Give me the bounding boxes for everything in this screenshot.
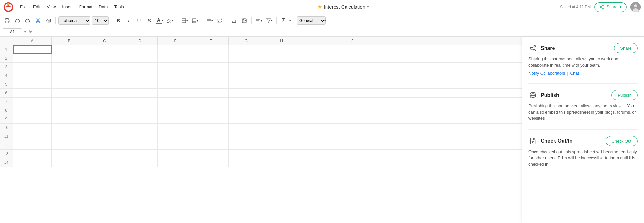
cell-c10[interactable] bbox=[87, 124, 122, 132]
font-family-select[interactable]: Tahoma bbox=[58, 16, 90, 25]
cell-c5[interactable] bbox=[87, 80, 122, 88]
cell-f10[interactable] bbox=[193, 124, 229, 132]
cell-b10[interactable] bbox=[52, 124, 87, 132]
font-size-select[interactable]: 10 bbox=[92, 16, 109, 25]
cell-f4[interactable] bbox=[193, 71, 229, 80]
menu-data[interactable]: Data bbox=[96, 3, 110, 11]
cell-d5[interactable] bbox=[122, 80, 158, 88]
cell-c4[interactable] bbox=[87, 71, 122, 80]
cell-b2[interactable] bbox=[52, 54, 87, 62]
cell-e13[interactable] bbox=[158, 150, 193, 158]
cell-h4[interactable] bbox=[264, 71, 299, 80]
notify-collaborators-link[interactable]: Notify Collaborators bbox=[528, 71, 565, 76]
cell-d6[interactable] bbox=[122, 89, 158, 97]
cell-b6[interactable] bbox=[52, 89, 87, 97]
cell-f12[interactable] bbox=[193, 141, 229, 149]
borders-button[interactable]: ▾ bbox=[180, 16, 189, 25]
menu-view[interactable]: View bbox=[44, 3, 58, 11]
cell-h2[interactable] bbox=[264, 54, 299, 62]
cell-e12[interactable] bbox=[158, 141, 193, 149]
cell-f13[interactable] bbox=[193, 150, 229, 158]
cell-a7[interactable] bbox=[13, 98, 52, 106]
print-button[interactable] bbox=[3, 16, 12, 25]
cell-g12[interactable] bbox=[229, 141, 264, 149]
cell-d12[interactable] bbox=[122, 141, 158, 149]
menu-tools[interactable]: Tools bbox=[111, 3, 126, 11]
cell-d2[interactable] bbox=[122, 54, 158, 62]
panel-checkout-button[interactable]: Check Out bbox=[606, 136, 638, 146]
cell-a2[interactable] bbox=[13, 54, 52, 62]
cell-c11[interactable] bbox=[87, 132, 122, 141]
cell-c13[interactable] bbox=[87, 150, 122, 158]
cell-c3[interactable] bbox=[87, 63, 122, 71]
cell-e4[interactable] bbox=[158, 71, 193, 80]
cell-d14[interactable] bbox=[122, 158, 158, 167]
cell-a1[interactable] bbox=[13, 45, 52, 54]
cell-b11[interactable] bbox=[52, 132, 87, 141]
cell-c9[interactable] bbox=[87, 115, 122, 123]
cell-d11[interactable] bbox=[122, 132, 158, 141]
cell-f11[interactable] bbox=[193, 132, 229, 141]
cell-c14[interactable] bbox=[87, 158, 122, 167]
cell-a11[interactable] bbox=[13, 132, 52, 141]
cell-i2[interactable] bbox=[299, 54, 335, 62]
italic-button[interactable]: I bbox=[124, 16, 133, 25]
cell-i9[interactable] bbox=[299, 115, 335, 123]
cell-j12[interactable] bbox=[335, 141, 370, 149]
cell-a9[interactable] bbox=[13, 115, 52, 123]
cell-e2[interactable] bbox=[158, 54, 193, 62]
cell-h11[interactable] bbox=[264, 132, 299, 141]
menu-insert[interactable]: Insert bbox=[60, 3, 75, 11]
cell-j3[interactable] bbox=[335, 63, 370, 71]
cell-f6[interactable] bbox=[193, 89, 229, 97]
cell-d9[interactable] bbox=[122, 115, 158, 123]
cell-f8[interactable] bbox=[193, 106, 229, 115]
paint-format-button[interactable] bbox=[33, 16, 43, 25]
cell-j9[interactable] bbox=[335, 115, 370, 123]
cell-e6[interactable] bbox=[158, 89, 193, 97]
cell-f14[interactable] bbox=[193, 158, 229, 167]
redo-button[interactable] bbox=[23, 16, 32, 25]
cell-a3[interactable] bbox=[13, 63, 52, 71]
cell-i8[interactable] bbox=[299, 106, 335, 115]
cell-a13[interactable] bbox=[13, 150, 52, 158]
panel-share-button[interactable]: Share bbox=[614, 43, 638, 53]
clear-button[interactable] bbox=[44, 16, 53, 25]
cell-i10[interactable] bbox=[299, 124, 335, 132]
cell-b3[interactable] bbox=[52, 63, 87, 71]
cell-d10[interactable] bbox=[122, 124, 158, 132]
cell-c12[interactable] bbox=[87, 141, 122, 149]
cell-i7[interactable] bbox=[299, 98, 335, 106]
cell-h9[interactable] bbox=[264, 115, 299, 123]
cell-h6[interactable] bbox=[264, 89, 299, 97]
cell-b12[interactable] bbox=[52, 141, 87, 149]
chart-button[interactable] bbox=[230, 16, 239, 25]
cell-j7[interactable] bbox=[335, 98, 370, 106]
cell-j11[interactable] bbox=[335, 132, 370, 141]
cell-f1[interactable] bbox=[193, 45, 229, 54]
strikethrough-button[interactable]: S bbox=[145, 16, 154, 25]
cell-j6[interactable] bbox=[335, 89, 370, 97]
cell-h5[interactable] bbox=[264, 80, 299, 88]
cell-f2[interactable] bbox=[193, 54, 229, 62]
cell-h3[interactable] bbox=[264, 63, 299, 71]
cell-d4[interactable] bbox=[122, 71, 158, 80]
cell-g14[interactable] bbox=[229, 158, 264, 167]
cell-a6[interactable] bbox=[13, 89, 52, 97]
cell-f9[interactable] bbox=[193, 115, 229, 123]
cell-f5[interactable] bbox=[193, 80, 229, 88]
cell-i5[interactable] bbox=[299, 80, 335, 88]
merge-button[interactable]: ▾ bbox=[190, 16, 199, 25]
chat-link[interactable]: Chat bbox=[570, 71, 579, 76]
cell-g2[interactable] bbox=[229, 54, 264, 62]
cell-reference-input[interactable] bbox=[3, 28, 22, 35]
cell-d3[interactable] bbox=[122, 63, 158, 71]
cell-c2[interactable] bbox=[87, 54, 122, 62]
fill-color-button[interactable]: ▾ bbox=[166, 16, 175, 25]
cell-a8[interactable] bbox=[13, 106, 52, 115]
cell-e11[interactable] bbox=[158, 132, 193, 141]
cell-e7[interactable] bbox=[158, 98, 193, 106]
cell-b1[interactable] bbox=[52, 45, 87, 54]
bold-button[interactable]: B bbox=[114, 16, 123, 25]
sort-button[interactable]: ▾ bbox=[254, 16, 263, 25]
